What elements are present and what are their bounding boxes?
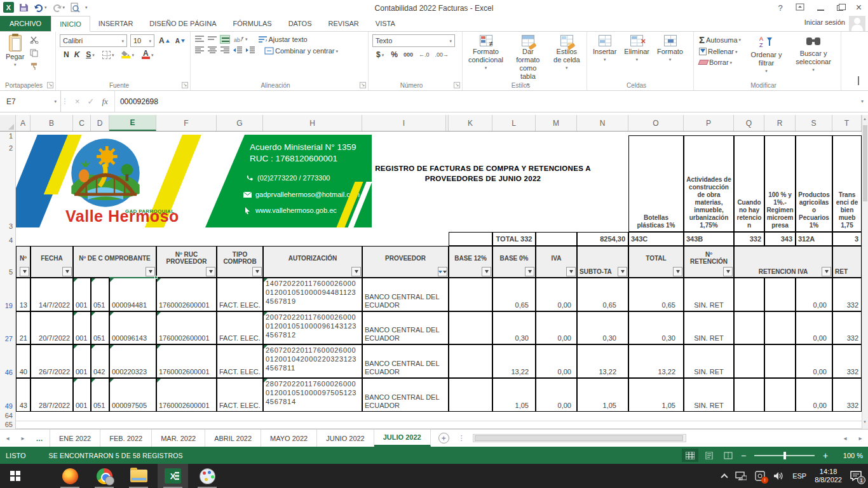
filter-button[interactable]	[525, 267, 534, 276]
cell-header-agricolas[interactable]: Productos agricoilas o Pecuarios 1%	[796, 135, 832, 232]
number-format-dropdown[interactable]: ▾	[449, 39, 452, 43]
cell-code-343[interactable]: 343	[764, 232, 796, 246]
cell-subtotal[interactable]: 13,22	[577, 344, 628, 378]
column-header-k[interactable]: K	[449, 115, 492, 131]
align-left-button[interactable]	[194, 46, 205, 55]
zoom-slider-thumb[interactable]	[783, 452, 786, 459]
grow-font-button[interactable]: A	[158, 36, 171, 46]
row-number[interactable]: 2	[0, 144, 13, 152]
filter-button[interactable]	[206, 267, 215, 276]
header-retencion-iva[interactable]: RETENCION IVA	[734, 246, 832, 278]
cell-r[interactable]	[764, 311, 796, 344]
row-number[interactable]: 4	[0, 236, 13, 244]
cell-punto[interactable]: 042	[91, 344, 109, 378]
cell-code-343b[interactable]: 343B	[684, 232, 734, 246]
zoom-level[interactable]: 100 %	[835, 452, 863, 459]
cell-proveedor[interactable]: BANCO CENTRAL DEL ECUADOR	[362, 311, 449, 344]
column-header-e[interactable]: E	[109, 115, 156, 131]
sheet-tabs-overflow[interactable]: …	[31, 430, 50, 447]
action-center-icon[interactable]: 1	[850, 471, 862, 481]
header-base0[interactable]: BASE 0%	[492, 246, 536, 278]
cell-q[interactable]	[734, 311, 764, 344]
cell-r[interactable]	[764, 378, 796, 412]
taskbar-clock[interactable]: 14:18 8/8/2022	[815, 468, 842, 484]
column-header-t[interactable]: T	[832, 115, 862, 131]
header-tipo[interactable]: TIPO COMPROB	[217, 246, 263, 278]
cell-ruc[interactable]: 1760002600001	[156, 344, 217, 378]
column-header-s[interactable]: S	[796, 115, 832, 131]
cell-autorizacion[interactable]: 2807202201176000260000120010510000975051…	[263, 378, 362, 412]
column-header-q[interactable]: Q	[734, 115, 764, 131]
cell-autorizacion[interactable]: 1407202201176000260000120010510000944811…	[263, 278, 362, 311]
cell-estab[interactable]: 001	[73, 311, 91, 344]
row-number[interactable]: 19	[0, 302, 13, 309]
header-proveedor[interactable]: PROVEEDOR	[362, 246, 449, 278]
cell-punto[interactable]: 051	[91, 378, 109, 412]
cell-r[interactable]	[764, 344, 796, 378]
help-button[interactable]: ?	[778, 3, 782, 13]
scroll-down-arrow[interactable]: ▼	[863, 420, 867, 424]
cell-ruc[interactable]: 1760002600001	[156, 378, 217, 412]
new-sheet-button[interactable]: +	[438, 433, 449, 444]
ribbon-collapse-button[interactable]	[858, 78, 859, 85]
column-header-r[interactable]: R	[764, 115, 796, 131]
sheet-tab-junio[interactable]: JUNIO 2022	[317, 430, 374, 447]
horizontal-scroll-thumb[interactable]	[475, 435, 683, 441]
align-middle-button[interactable]	[207, 35, 217, 44]
row-number[interactable]: 65	[0, 421, 13, 428]
filter-button[interactable]	[62, 267, 72, 276]
cell-num-retencion[interactable]: SIN. RET	[684, 378, 734, 412]
cell-ruc[interactable]: 1760002600001	[156, 311, 217, 344]
zoom-in-button[interactable]: +	[821, 451, 830, 461]
header-fecha[interactable]: FECHA	[31, 246, 73, 278]
row-number[interactable]: 5	[0, 268, 13, 276]
header-num-retencion[interactable]: Nº RETENCIÓN	[684, 246, 734, 278]
sheet-nav-right[interactable]: ▸	[15, 430, 31, 447]
enter-button[interactable]: ✓	[88, 97, 95, 106]
cell-proveedor[interactable]: BANCO CENTRAL DEL ECUADOR	[362, 278, 449, 311]
formula-bar-expand-button[interactable]: ▾	[857, 91, 868, 112]
insert-cells-button[interactable]: Insertar ▾	[591, 34, 618, 62]
font-color-button[interactable]: A▾	[140, 50, 155, 60]
tab-formulas[interactable]: FÓRMULAS	[225, 16, 280, 31]
zoom-slider[interactable]	[754, 455, 815, 456]
sheet-tab-ene[interactable]: ENE 2022	[50, 430, 100, 447]
orientation-button[interactable]: ab▾	[233, 34, 249, 44]
cell-n[interactable]: 21	[16, 311, 31, 344]
decrease-indent-button[interactable]	[233, 46, 243, 55]
formula-bar-splitter[interactable]: ⋮	[61, 91, 69, 112]
header-no[interactable]: Nº	[16, 246, 31, 278]
cell-base12[interactable]	[449, 311, 492, 344]
tab-splitter[interactable]: ⋮	[458, 434, 465, 442]
cell-iva[interactable]: 0,00	[536, 311, 577, 344]
minimize-button[interactable]	[817, 10, 824, 11]
start-button[interactable]	[0, 464, 31, 488]
tab-inicio[interactable]: INICIO	[51, 16, 90, 32]
cell-retencion-iva[interactable]: 0,00	[796, 344, 832, 378]
align-center-button[interactable]	[207, 46, 217, 55]
format-cells-button[interactable]: Formato ▾	[655, 34, 685, 62]
font-size-dropdown[interactable]: ▾	[149, 39, 151, 43]
cell-base12[interactable]	[449, 278, 492, 311]
cell-total-amount[interactable]: 8254,30	[577, 232, 628, 246]
cell-total[interactable]: 1,05	[628, 378, 684, 412]
header-base12[interactable]: BASE 12%	[449, 246, 492, 278]
header-iva[interactable]: IVA	[536, 246, 577, 278]
cell-k4[interactable]	[449, 232, 492, 246]
cell-num-retencion[interactable]: SIN. RET	[684, 344, 734, 378]
cell-retencion-iva[interactable]: 0,00	[796, 311, 832, 344]
fill-color-button[interactable]: ▾	[120, 50, 135, 59]
cell-subtotal[interactable]: 0,65	[577, 278, 628, 311]
sort-filter-button[interactable]: AZ Ordenar y filtrar ▾	[746, 34, 787, 74]
cell-code-332[interactable]: 332	[734, 232, 764, 246]
cell-iva[interactable]: 0,00	[536, 378, 577, 412]
cell-n[interactable]: 40	[16, 344, 31, 378]
copy-button[interactable]	[30, 49, 39, 58]
zoom-out-button[interactable]: −	[739, 451, 748, 461]
cell-m4[interactable]	[536, 232, 577, 246]
cell-tipo[interactable]: FACT. ELEC.	[217, 344, 263, 378]
sync-alert-icon[interactable]: !	[755, 471, 765, 481]
cell-ret[interactable]: 332	[832, 344, 862, 378]
cell-base0[interactable]: 0,30	[492, 311, 536, 344]
filter-button[interactable]	[723, 267, 733, 276]
